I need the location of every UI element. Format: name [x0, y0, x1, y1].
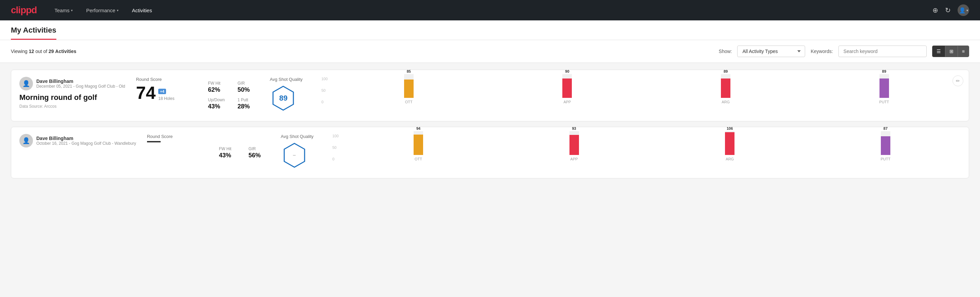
bar-fill: [880, 78, 889, 98]
navbar: clippd Teams ▾ Performance ▾ Activities …: [0, 0, 980, 21]
bar-value: 94: [416, 126, 420, 131]
score-badge: +4: [158, 89, 166, 94]
y-label-50: 50: [321, 88, 327, 93]
bar-group: 90APP: [491, 69, 644, 104]
fw-hit-value: 43%: [219, 152, 240, 159]
list-view-button[interactable]: ☰: [932, 46, 945, 57]
bar-label: ARG: [725, 157, 734, 161]
avatar-icon: 👤: [959, 7, 966, 14]
bar-label: ARG: [722, 100, 730, 104]
bar-wrapper: [880, 74, 889, 98]
updown-label: Up/Down: [208, 97, 229, 102]
logo: clippd: [11, 5, 37, 16]
card-stats: Round Score: [147, 134, 208, 147]
activity-card: 👤 Dave Billingham December 05, 2021 - Go…: [11, 70, 969, 121]
updown-value: 43%: [208, 103, 229, 110]
user-row: 👤 Dave Billingham October 16, 2021 - Gog…: [19, 134, 136, 147]
card-chart: 100 50 0 94OTT93APP106ARG87PUTT: [332, 134, 961, 171]
card-quality: Avg Shot Quality –: [281, 134, 321, 169]
activity-type-select[interactable]: All Activity Types: [737, 46, 805, 57]
show-label: Show:: [719, 49, 732, 54]
compact-view-button[interactable]: ≡: [958, 46, 969, 57]
add-icon[interactable]: ⊕: [932, 6, 938, 14]
bar-value: 93: [572, 126, 576, 131]
bar-label: APP: [571, 157, 578, 161]
bar-fill: [721, 78, 730, 98]
oneputt-label: 1 Putt: [237, 97, 259, 102]
bar-wrapper: [414, 131, 423, 155]
bar-group: 85OTT: [332, 69, 485, 104]
card-left: 👤 Dave Billingham December 05, 2021 - Go…: [19, 77, 125, 109]
y-axis: 100 50 0: [321, 77, 327, 104]
user-date: October 16, 2021 - Gog Magog Golf Club -…: [37, 141, 136, 146]
search-input[interactable]: [838, 46, 927, 57]
bar-label: PUTT: [880, 157, 890, 161]
avatar-placeholder-icon: 👤: [22, 137, 30, 144]
bar-label: APP: [563, 100, 571, 104]
nav-teams[interactable]: Teams ▾: [53, 8, 74, 13]
bar-label: OTT: [405, 100, 412, 104]
avatar-chevron: ▾: [966, 8, 968, 12]
bar-value: 89: [882, 69, 886, 73]
bar-label: PUTT: [879, 100, 889, 104]
fw-hit-label: FW Hit: [208, 81, 229, 86]
performance-chevron-icon: ▾: [117, 8, 119, 12]
viewing-total: 29: [49, 49, 54, 54]
bar-value: 106: [727, 126, 733, 131]
round-score-label: Round Score: [136, 77, 197, 82]
bar-fill: [881, 136, 890, 155]
card-chart: 100 50 0 85OTT90APP89ARG89PUTT: [321, 77, 961, 114]
bar-wrapper: [881, 131, 890, 155]
hex-score: 89: [270, 85, 297, 112]
bar-wrapper: [562, 74, 572, 98]
bar-group: 106ARG: [655, 126, 805, 161]
gir-value: 50%: [237, 86, 259, 93]
bar-fill: [414, 134, 423, 155]
y-label-0: 0: [321, 100, 327, 104]
bars-row: 85OTT90APP89ARG89PUTT: [332, 77, 961, 104]
view-toggle: ☰ ⊞ ≡: [932, 46, 969, 57]
gir-label: GIR: [237, 81, 259, 86]
bar-value: 89: [724, 69, 728, 73]
nav-actions: ⊕ ↻ 👤 ▾: [932, 5, 969, 16]
refresh-icon[interactable]: ↻: [945, 6, 951, 14]
bar-chart-container: 100 50 0 94OTT93APP106ARG87PUTT: [332, 134, 961, 171]
bar-wrapper: [721, 74, 730, 98]
round-score-value: 74: [136, 84, 156, 102]
edit-button[interactable]: ✏: [953, 75, 963, 86]
data-source: Data Source: Arccos: [19, 104, 125, 109]
user-name: Dave Billingham: [37, 78, 125, 84]
y-axis: 100 50 0: [332, 134, 339, 161]
user-avatar-nav[interactable]: 👤 ▾: [958, 5, 969, 16]
nav-performance[interactable]: Performance ▾: [85, 8, 120, 13]
bar-value: 90: [565, 69, 569, 73]
user-info: Dave Billingham October 16, 2021 - Gog M…: [37, 136, 136, 146]
page-title: My Activities: [11, 26, 56, 40]
round-score-label: Round Score: [147, 134, 208, 139]
y-label-50: 50: [332, 145, 339, 150]
score-holes: 18 Holes: [158, 96, 174, 101]
user-info: Dave Billingham December 05, 2021 - Gog …: [37, 78, 125, 89]
gir-label: GIR: [248, 147, 270, 151]
user-avatar: 👤: [19, 134, 33, 147]
quality-title: Avg Shot Quality: [270, 77, 302, 82]
filter-bar: Viewing 12 out of 29 Activities Show: Al…: [0, 40, 980, 63]
gir-metric: GIR 50%: [237, 81, 259, 93]
bar-wrapper: [570, 131, 579, 155]
user-name: Dave Billingham: [37, 136, 136, 141]
oneputt-value: 28%: [237, 103, 259, 110]
activity-list: 👤 Dave Billingham December 05, 2021 - Go…: [0, 63, 980, 191]
user-avatar: 👤: [19, 77, 33, 90]
grid-view-button[interactable]: ⊞: [945, 46, 958, 57]
bar-group: 87PUTT: [810, 126, 961, 161]
oneputt-metric: 1 Putt 28%: [237, 97, 259, 110]
score-placeholder: [147, 141, 161, 142]
y-label-0: 0: [332, 157, 339, 161]
bar-fill: [570, 135, 579, 155]
hex-number: –: [293, 152, 296, 158]
card-metrics: FW Hit 43% GIR 56%: [219, 147, 270, 159]
y-label-100: 100: [332, 134, 339, 138]
nav-activities[interactable]: Activities: [131, 8, 153, 13]
user-date: December 05, 2021 - Gog Magog Golf Club …: [37, 84, 125, 89]
viewing-count: 12: [29, 49, 34, 54]
